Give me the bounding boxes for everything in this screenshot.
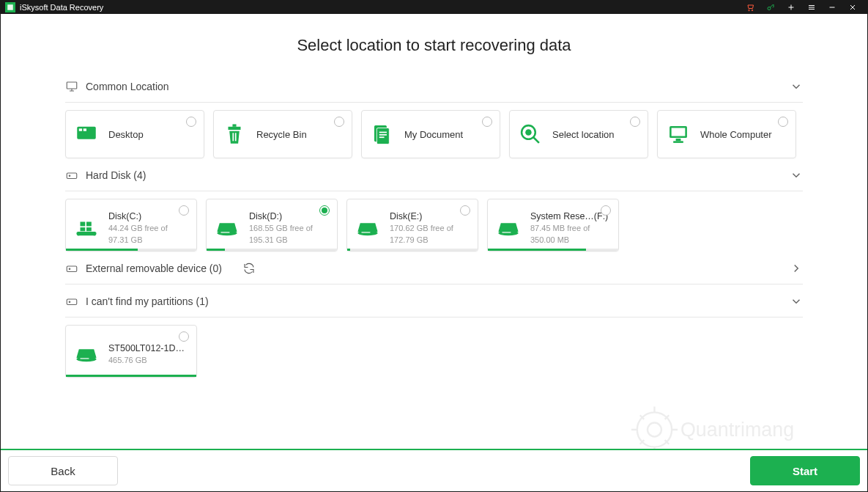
svg-rect-23 [67,173,77,179]
progress-bar [488,249,618,251]
drive-outline-icon [65,262,78,275]
svg-point-2 [752,10,753,11]
disk-free: 87.45 MB free of [530,223,611,233]
section-header-missing: I can't find my partitions (1) [65,284,803,314]
search-icon [517,121,544,147]
radio-icon [778,117,788,127]
svg-point-24 [69,175,70,177]
section-title-missing: I can't find my partitions (1) [86,295,209,307]
svg-rect-22 [673,141,683,143]
svg-rect-27 [81,227,86,231]
back-button[interactable]: Back [8,456,118,485]
chevron-right-icon[interactable] [790,262,803,275]
minimize-icon[interactable] [822,1,842,14]
location-card-select-location[interactable]: Select location [509,110,648,158]
svg-rect-9 [232,124,236,126]
radio-icon [186,117,196,127]
svg-rect-8 [229,127,241,130]
section-title-common: Common Location [86,81,169,92]
disk-free: 170.62 GB free of [390,223,470,233]
menu-icon[interactable] [801,1,822,14]
disk-card-d[interactable]: Disk(D:) 168.55 GB free of 195.31 GB [206,199,338,251]
chevron-down-icon[interactable] [790,169,803,182]
svg-rect-32 [362,232,371,233]
svg-rect-21 [676,139,681,141]
trash-icon [221,121,248,147]
progress-bar [207,249,337,251]
radio-selected-icon [319,205,330,216]
desktop-icon [73,121,100,147]
section-header-external: External removable device (0) [65,251,803,281]
radio-icon [179,205,189,216]
chevron-down-icon[interactable] [790,295,803,308]
radio-icon [482,117,492,127]
footer-bar: Back Start [1,449,867,491]
key-icon[interactable] [760,1,781,14]
disk-total: 350.00 MB [530,235,611,245]
divider [65,191,803,191]
refresh-icon[interactable] [242,262,256,275]
svg-point-1 [749,10,750,11]
radio-icon [460,205,470,216]
drive-icon [495,215,522,241]
card-label: Desktop [108,129,196,140]
svg-rect-15 [379,134,387,136]
monitor-outline-icon [65,80,78,93]
card-label: My Document [404,129,492,140]
svg-point-38 [69,301,70,303]
disk-label: Disk(C:) [108,211,189,221]
partition-card[interactable]: ST500LT012-1DG1… 465.76 GB [65,325,197,378]
svg-rect-34 [502,232,511,233]
back-button-label: Back [51,465,75,477]
location-card-whole-computer[interactable]: Whole Computer [657,110,796,158]
svg-rect-25 [81,222,86,227]
section-header-hard-disk: Hard Disk (4) [65,158,803,188]
card-label: Whole Computer [700,129,788,140]
card-label: Select location [552,129,640,140]
radio-icon [630,117,640,127]
drive-icon [355,215,381,241]
svg-rect-37 [67,299,77,305]
progress-bar [347,249,478,251]
disk-label: Disk(E:) [390,211,470,221]
drive-outline-icon [65,295,78,308]
start-button[interactable]: Start [750,456,860,485]
svg-point-42 [648,423,661,437]
location-card-recycle-bin[interactable]: Recycle Bin [213,110,352,158]
app-window: iSkysoft Data Recovery Select location t… [0,0,868,492]
svg-rect-4 [67,82,77,89]
plus-icon[interactable] [781,1,801,14]
missing-partition-row: ST500LT012-1DG1… 465.76 GB [65,325,803,378]
svg-rect-13 [376,128,389,144]
disk-card-system-reserved[interactable]: System Rese…(F:) 87.45 MB free of 350.00… [487,199,619,251]
disk-free: 44.24 GB free of [108,223,189,233]
monitor-icon [665,121,691,147]
section-title-external: External removable device (0) [86,262,222,274]
svg-rect-10 [232,133,234,141]
svg-point-18 [525,129,532,136]
svg-rect-7 [84,128,86,131]
card-label: Recycle Bin [256,129,344,140]
disk-card-e[interactable]: Disk(E:) 170.62 GB free of 172.79 GB [346,199,478,251]
hard-disk-row: Disk(C:) 44.24 GB free of 97.31 GB Disk(… [65,199,803,251]
partition-label: ST500LT012-1DG1… [108,343,189,353]
disk-label: Disk(D:) [249,211,330,221]
start-button-label: Start [793,465,817,477]
radio-icon [179,331,189,342]
chevron-down-icon[interactable] [790,80,803,93]
svg-point-41 [637,412,672,447]
disk-card-c[interactable]: Disk(C:) 44.24 GB free of 97.31 GB [65,199,197,251]
location-card-my-document[interactable]: My Document [361,110,500,158]
svg-rect-35 [67,266,77,272]
cart-icon[interactable] [740,1,760,14]
app-logo-icon [5,2,15,12]
progress-bar [66,375,196,377]
svg-rect-26 [86,222,92,227]
svg-point-3 [768,7,771,10]
location-card-desktop[interactable]: Desktop [65,110,204,158]
svg-rect-28 [86,227,92,231]
radio-icon [601,205,611,216]
drive-icon [214,215,240,241]
drive-icon [73,341,100,367]
close-icon[interactable] [842,1,863,14]
